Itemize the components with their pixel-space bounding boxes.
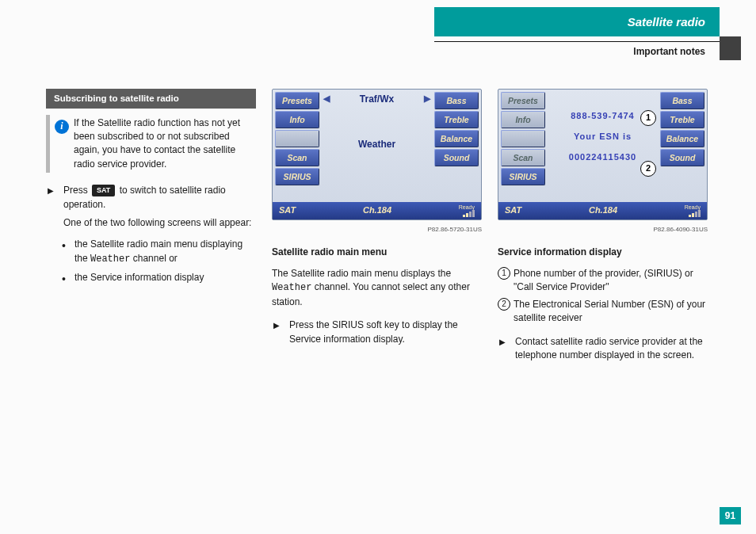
bullet-1: the Satellite radio main menu displaying… (62, 238, 256, 266)
soft-key-sirius: SIRIUS (501, 168, 545, 185)
category-label: Traf/Wx (360, 93, 394, 105)
image-reference: P82.86-5720-31US (272, 225, 482, 235)
soft-key-blank (275, 130, 319, 147)
section-heading: Subscribing to satellite radio (46, 89, 256, 109)
soft-key-balance: Balance (434, 130, 479, 147)
legend-item-2: 2 The Electronical Serial Number (ESN) o… (498, 298, 708, 326)
device-status-bar: SAT Ch.184 Ready (498, 202, 707, 219)
header-subtitle: Important notes (434, 46, 720, 57)
divider (434, 41, 720, 42)
device-screenshot-main-menu: Presets Info Scan SIRIUS Bass Treble Bal… (272, 89, 482, 220)
column-1: Subscribing to satellite radio i If the … (46, 89, 256, 293)
soft-key-presets: Presets (275, 92, 319, 109)
callout-2-badge: 2 (640, 161, 656, 177)
esn-label: Your ESN is (574, 131, 632, 143)
side-tab (720, 36, 741, 60)
bullet-list: the Satellite radio main menu displaying… (46, 238, 256, 284)
signal-icon (462, 210, 475, 217)
soft-key-presets: Presets (501, 92, 545, 109)
signal-icon (688, 210, 701, 217)
device-screenshot-service-info: Presets Info Scan SIRIUS Bass Treble Bal… (498, 89, 708, 220)
callout-1-badge: 1 (640, 110, 656, 126)
esn-value: 000224115430 (569, 151, 636, 164)
soft-key-treble: Treble (660, 111, 704, 128)
header-title: Satellite radio (628, 15, 705, 29)
device-center: 888-539-7474 Your ESN is 000224115430 (548, 90, 658, 202)
step-press-sirius: ▶ Press the SIRIUS soft key to display t… (272, 318, 482, 346)
bullet-2: the Service information display (62, 271, 256, 284)
sat-key-icon: SAT (92, 185, 115, 196)
left-arrow-icon: ◀ (323, 93, 330, 105)
soft-key-scan: Scan (275, 149, 319, 166)
header-band: Satellite radio (434, 7, 720, 36)
soft-key-bass: Bass (434, 92, 479, 109)
figure-caption: Service information display (498, 246, 708, 259)
legend-item-1: 1 Phone number of the provider, (SIRIUS)… (498, 267, 708, 295)
callout-1-icon: 1 (498, 267, 510, 280)
image-reference: P82.86-4090-31US (498, 225, 708, 235)
soft-key-balance: Balance (660, 130, 704, 147)
soft-key-sirius: SIRIUS (275, 168, 319, 185)
triangle-icon: ▶ (499, 337, 506, 349)
ready-indicator: Ready (459, 204, 475, 217)
service-phone: 888-539-7474 (571, 110, 635, 123)
channel-name: Weather (358, 138, 395, 151)
info-note: i If the Satellite radio function has no… (46, 115, 256, 174)
channel-number: Ch.184 (589, 204, 617, 217)
info-text: If the Satellite radio function has not … (74, 116, 256, 172)
ready-indicator: Ready (685, 204, 701, 217)
step-press-sat: ▶ Press SAT to switch to satellite radio… (46, 184, 256, 212)
soft-key-info: Info (275, 111, 319, 128)
result-text: One of the two following screens will ap… (46, 216, 256, 230)
triangle-icon: ▶ (273, 320, 280, 332)
step-text-a: Press (63, 185, 90, 196)
device-status-bar: SAT Ch.184 Ready (273, 202, 481, 219)
figure-caption: Satellite radio main menu (272, 246, 482, 259)
column-2: Presets Info Scan SIRIUS Bass Treble Bal… (272, 89, 482, 351)
mode-label: SAT (279, 204, 296, 217)
device-center: ◀ Traf/Wx ▶ Weather (322, 90, 432, 202)
soft-key-treble: Treble (434, 111, 479, 128)
mode-label: SAT (505, 204, 521, 217)
info-icon: i (55, 120, 69, 134)
body-text: The Satellite radio main menu displays t… (272, 267, 482, 309)
soft-key-info: Info (501, 111, 545, 128)
soft-key-scan: Scan (501, 149, 545, 166)
soft-key-sound: Sound (660, 149, 704, 166)
right-arrow-icon: ▶ (424, 93, 430, 105)
triangle-icon: ▶ (48, 185, 54, 197)
soft-key-blank (501, 130, 545, 147)
channel-number: Ch.184 (363, 204, 391, 217)
soft-key-bass: Bass (660, 92, 704, 109)
soft-key-sound: Sound (434, 149, 479, 166)
step-contact-provider: ▶ Contact satellite radio service provid… (498, 335, 708, 363)
callout-2-icon: 2 (498, 298, 510, 311)
page-number: 91 (720, 507, 741, 524)
column-3: Presets Info Scan SIRIUS Bass Treble Bal… (498, 89, 708, 367)
